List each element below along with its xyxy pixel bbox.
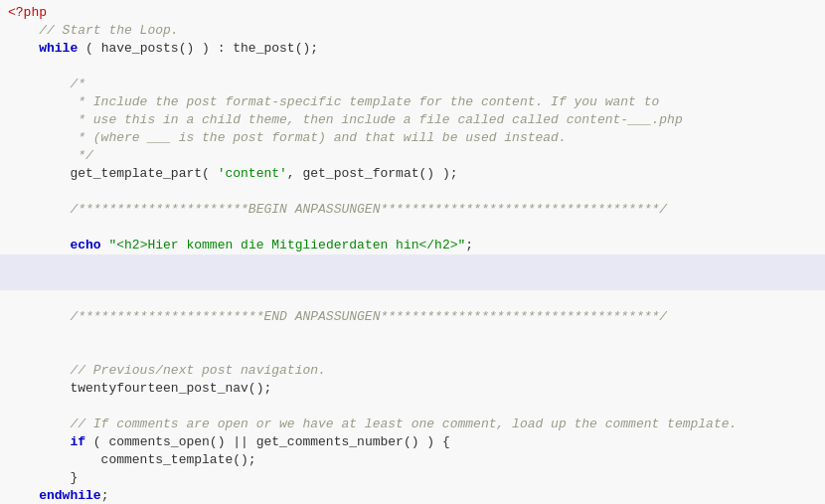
code-line xyxy=(0,58,825,76)
code-line: * Include the post format-specific templ… xyxy=(0,93,825,111)
code-line: twentyfourteen_post_nav(); xyxy=(0,380,825,398)
code-line xyxy=(0,326,825,344)
code-line xyxy=(0,344,825,362)
code-line: while ( have_posts() ) : the_post(); xyxy=(0,40,825,58)
code-line: /************************END ANPASSUNGEN… xyxy=(0,308,825,326)
code-line xyxy=(0,254,825,272)
code-line xyxy=(0,183,825,201)
code-line: /**********************BEGIN ANPASSUNGEN… xyxy=(0,201,825,219)
code-line: if ( comments_open() || get_comments_num… xyxy=(0,433,825,451)
code-line: endwhile; xyxy=(0,487,825,504)
code-line: */ xyxy=(0,147,825,165)
code-line: get_template_part( 'content', get_post_f… xyxy=(0,165,825,183)
code-line xyxy=(0,272,825,290)
code-line: <?php xyxy=(0,4,825,22)
code-line: echo "<h2>Hier kommen die Mitgliederdate… xyxy=(0,237,825,254)
code-line: // Start the Loop. xyxy=(0,22,825,40)
code-line: /* xyxy=(0,76,825,93)
code-line: } xyxy=(0,469,825,487)
code-line: // Previous/next post navigation. xyxy=(0,362,825,380)
code-line: * (where ___ is the post format) and tha… xyxy=(0,129,825,147)
code-line: * use this in a child theme, then includ… xyxy=(0,111,825,129)
code-line xyxy=(0,219,825,237)
code-line xyxy=(0,398,825,416)
code-editor[interactable]: <?php // Start the Loop. while ( have_po… xyxy=(0,0,825,504)
code-line: comments_template(); xyxy=(0,451,825,469)
code-line xyxy=(0,290,825,308)
code-line: // If comments are open or we have at le… xyxy=(0,416,825,433)
